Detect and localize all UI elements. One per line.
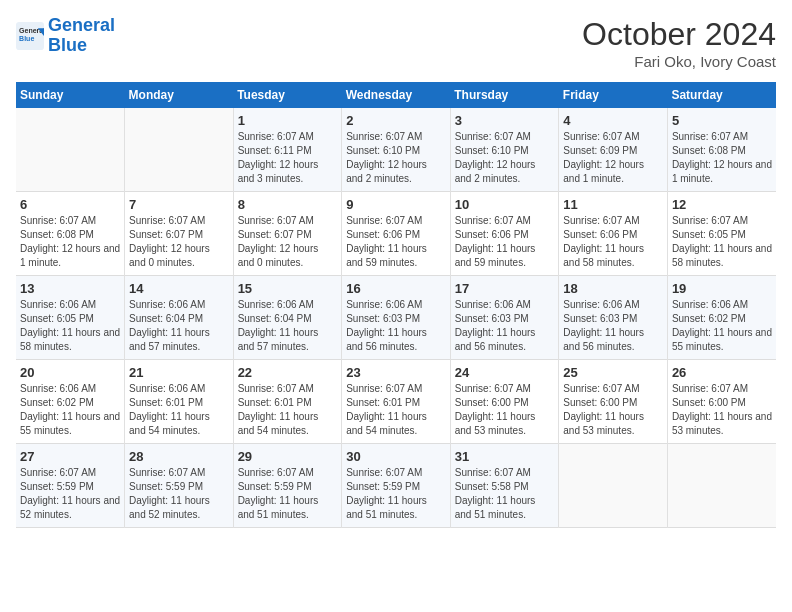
calendar-cell: 29Sunrise: 6:07 AM Sunset: 5:59 PM Dayli… xyxy=(233,444,342,528)
day-info: Sunrise: 6:07 AM Sunset: 6:10 PM Dayligh… xyxy=(455,130,555,186)
day-number: 24 xyxy=(455,365,555,380)
calendar-cell: 12Sunrise: 6:07 AM Sunset: 6:05 PM Dayli… xyxy=(667,192,776,276)
col-header-sunday: Sunday xyxy=(16,82,125,108)
day-info: Sunrise: 6:06 AM Sunset: 6:05 PM Dayligh… xyxy=(20,298,120,354)
day-number: 30 xyxy=(346,449,446,464)
day-number: 21 xyxy=(129,365,229,380)
day-number: 29 xyxy=(238,449,338,464)
day-info: Sunrise: 6:07 AM Sunset: 6:08 PM Dayligh… xyxy=(20,214,120,270)
col-header-saturday: Saturday xyxy=(667,82,776,108)
calendar-cell: 30Sunrise: 6:07 AM Sunset: 5:59 PM Dayli… xyxy=(342,444,451,528)
day-info: Sunrise: 6:06 AM Sunset: 6:04 PM Dayligh… xyxy=(238,298,338,354)
day-number: 1 xyxy=(238,113,338,128)
calendar-cell xyxy=(125,108,234,192)
calendar-cell: 7Sunrise: 6:07 AM Sunset: 6:07 PM Daylig… xyxy=(125,192,234,276)
day-info: Sunrise: 6:06 AM Sunset: 6:02 PM Dayligh… xyxy=(20,382,120,438)
week-row-2: 6Sunrise: 6:07 AM Sunset: 6:08 PM Daylig… xyxy=(16,192,776,276)
calendar-cell: 23Sunrise: 6:07 AM Sunset: 6:01 PM Dayli… xyxy=(342,360,451,444)
calendar-cell: 16Sunrise: 6:06 AM Sunset: 6:03 PM Dayli… xyxy=(342,276,451,360)
calendar-cell: 25Sunrise: 6:07 AM Sunset: 6:00 PM Dayli… xyxy=(559,360,668,444)
calendar-cell: 15Sunrise: 6:06 AM Sunset: 6:04 PM Dayli… xyxy=(233,276,342,360)
day-number: 8 xyxy=(238,197,338,212)
calendar-cell: 21Sunrise: 6:06 AM Sunset: 6:01 PM Dayli… xyxy=(125,360,234,444)
day-info: Sunrise: 6:07 AM Sunset: 6:00 PM Dayligh… xyxy=(672,382,772,438)
calendar-cell: 4Sunrise: 6:07 AM Sunset: 6:09 PM Daylig… xyxy=(559,108,668,192)
day-info: Sunrise: 6:07 AM Sunset: 6:07 PM Dayligh… xyxy=(238,214,338,270)
month-title: October 2024 xyxy=(582,16,776,53)
calendar-cell: 1Sunrise: 6:07 AM Sunset: 6:11 PM Daylig… xyxy=(233,108,342,192)
day-info: Sunrise: 6:07 AM Sunset: 6:11 PM Dayligh… xyxy=(238,130,338,186)
day-info: Sunrise: 6:07 AM Sunset: 6:07 PM Dayligh… xyxy=(129,214,229,270)
day-info: Sunrise: 6:06 AM Sunset: 6:04 PM Dayligh… xyxy=(129,298,229,354)
calendar-cell: 26Sunrise: 6:07 AM Sunset: 6:00 PM Dayli… xyxy=(667,360,776,444)
day-info: Sunrise: 6:06 AM Sunset: 6:03 PM Dayligh… xyxy=(455,298,555,354)
day-info: Sunrise: 6:06 AM Sunset: 6:01 PM Dayligh… xyxy=(129,382,229,438)
day-number: 23 xyxy=(346,365,446,380)
day-info: Sunrise: 6:07 AM Sunset: 6:01 PM Dayligh… xyxy=(238,382,338,438)
day-number: 28 xyxy=(129,449,229,464)
calendar-cell: 6Sunrise: 6:07 AM Sunset: 6:08 PM Daylig… xyxy=(16,192,125,276)
day-number: 15 xyxy=(238,281,338,296)
logo: General Blue General Blue xyxy=(16,16,115,56)
title-block: October 2024 Fari Oko, Ivory Coast xyxy=(582,16,776,70)
day-info: Sunrise: 6:07 AM Sunset: 5:59 PM Dayligh… xyxy=(238,466,338,522)
calendar-cell: 9Sunrise: 6:07 AM Sunset: 6:06 PM Daylig… xyxy=(342,192,451,276)
day-info: Sunrise: 6:07 AM Sunset: 6:06 PM Dayligh… xyxy=(346,214,446,270)
location-subtitle: Fari Oko, Ivory Coast xyxy=(582,53,776,70)
day-info: Sunrise: 6:07 AM Sunset: 5:59 PM Dayligh… xyxy=(20,466,120,522)
day-number: 20 xyxy=(20,365,120,380)
logo-line1: General xyxy=(48,15,115,35)
calendar-cell: 3Sunrise: 6:07 AM Sunset: 6:10 PM Daylig… xyxy=(450,108,559,192)
day-number: 6 xyxy=(20,197,120,212)
day-info: Sunrise: 6:07 AM Sunset: 6:06 PM Dayligh… xyxy=(455,214,555,270)
col-header-monday: Monday xyxy=(125,82,234,108)
day-info: Sunrise: 6:07 AM Sunset: 6:09 PM Dayligh… xyxy=(563,130,663,186)
day-info: Sunrise: 6:06 AM Sunset: 6:02 PM Dayligh… xyxy=(672,298,772,354)
week-row-3: 13Sunrise: 6:06 AM Sunset: 6:05 PM Dayli… xyxy=(16,276,776,360)
calendar-cell: 24Sunrise: 6:07 AM Sunset: 6:00 PM Dayli… xyxy=(450,360,559,444)
day-info: Sunrise: 6:07 AM Sunset: 6:10 PM Dayligh… xyxy=(346,130,446,186)
day-number: 3 xyxy=(455,113,555,128)
day-info: Sunrise: 6:07 AM Sunset: 6:00 PM Dayligh… xyxy=(563,382,663,438)
calendar-cell: 10Sunrise: 6:07 AM Sunset: 6:06 PM Dayli… xyxy=(450,192,559,276)
day-number: 7 xyxy=(129,197,229,212)
day-info: Sunrise: 6:07 AM Sunset: 6:05 PM Dayligh… xyxy=(672,214,772,270)
logo-line2: Blue xyxy=(48,35,87,55)
calendar-cell: 13Sunrise: 6:06 AM Sunset: 6:05 PM Dayli… xyxy=(16,276,125,360)
day-number: 27 xyxy=(20,449,120,464)
day-number: 22 xyxy=(238,365,338,380)
col-header-wednesday: Wednesday xyxy=(342,82,451,108)
day-info: Sunrise: 6:07 AM Sunset: 6:06 PM Dayligh… xyxy=(563,214,663,270)
day-number: 19 xyxy=(672,281,772,296)
week-row-1: 1Sunrise: 6:07 AM Sunset: 6:11 PM Daylig… xyxy=(16,108,776,192)
calendar-cell: 31Sunrise: 6:07 AM Sunset: 5:58 PM Dayli… xyxy=(450,444,559,528)
calendar-table: SundayMondayTuesdayWednesdayThursdayFrid… xyxy=(16,82,776,528)
calendar-cell: 27Sunrise: 6:07 AM Sunset: 5:59 PM Dayli… xyxy=(16,444,125,528)
day-info: Sunrise: 6:07 AM Sunset: 5:59 PM Dayligh… xyxy=(129,466,229,522)
day-number: 25 xyxy=(563,365,663,380)
calendar-cell: 8Sunrise: 6:07 AM Sunset: 6:07 PM Daylig… xyxy=(233,192,342,276)
calendar-cell: 11Sunrise: 6:07 AM Sunset: 6:06 PM Dayli… xyxy=(559,192,668,276)
calendar-cell: 18Sunrise: 6:06 AM Sunset: 6:03 PM Dayli… xyxy=(559,276,668,360)
header-row: SundayMondayTuesdayWednesdayThursdayFrid… xyxy=(16,82,776,108)
day-number: 4 xyxy=(563,113,663,128)
logo-icon: General Blue xyxy=(16,22,44,50)
day-number: 13 xyxy=(20,281,120,296)
calendar-cell: 2Sunrise: 6:07 AM Sunset: 6:10 PM Daylig… xyxy=(342,108,451,192)
day-number: 17 xyxy=(455,281,555,296)
day-info: Sunrise: 6:07 AM Sunset: 6:01 PM Dayligh… xyxy=(346,382,446,438)
day-info: Sunrise: 6:07 AM Sunset: 5:59 PM Dayligh… xyxy=(346,466,446,522)
day-info: Sunrise: 6:07 AM Sunset: 5:58 PM Dayligh… xyxy=(455,466,555,522)
day-number: 2 xyxy=(346,113,446,128)
calendar-cell: 19Sunrise: 6:06 AM Sunset: 6:02 PM Dayli… xyxy=(667,276,776,360)
calendar-cell xyxy=(559,444,668,528)
col-header-friday: Friday xyxy=(559,82,668,108)
week-row-4: 20Sunrise: 6:06 AM Sunset: 6:02 PM Dayli… xyxy=(16,360,776,444)
day-number: 14 xyxy=(129,281,229,296)
day-number: 18 xyxy=(563,281,663,296)
day-info: Sunrise: 6:07 AM Sunset: 6:08 PM Dayligh… xyxy=(672,130,772,186)
calendar-cell: 28Sunrise: 6:07 AM Sunset: 5:59 PM Dayli… xyxy=(125,444,234,528)
day-number: 5 xyxy=(672,113,772,128)
calendar-cell: 22Sunrise: 6:07 AM Sunset: 6:01 PM Dayli… xyxy=(233,360,342,444)
calendar-cell: 5Sunrise: 6:07 AM Sunset: 6:08 PM Daylig… xyxy=(667,108,776,192)
